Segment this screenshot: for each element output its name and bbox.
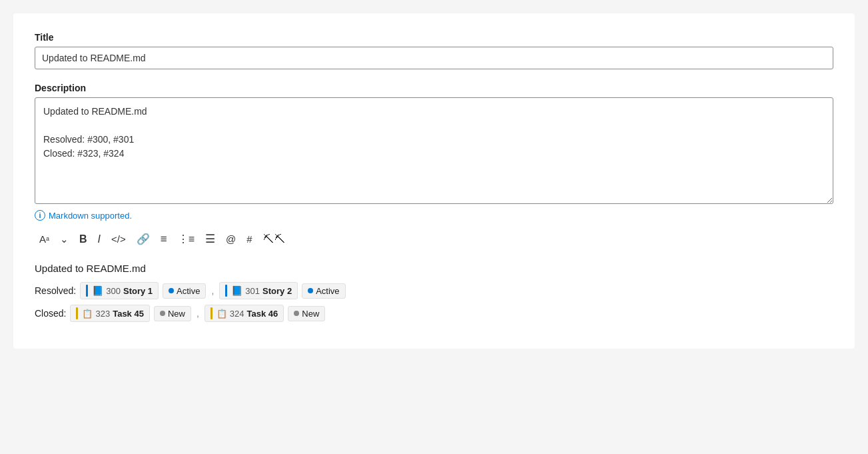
story-icon-301: 📘 (231, 285, 242, 296)
item-border-324 (211, 307, 213, 319)
markdown-note-text: Markdown supported. (49, 211, 132, 221)
item-number-301: 301 (245, 286, 260, 296)
resolved-row: Resolved: 📘 300 Story 1 Active , 📘 301 S… (35, 282, 833, 299)
status-dot-301 (308, 288, 313, 293)
pr-button[interactable]: ⛏ ⛏ (258, 231, 290, 248)
info-icon: i (35, 210, 45, 221)
item-border-301 (225, 285, 227, 297)
status-dot-324 (294, 311, 299, 316)
closed-item-324[interactable]: 📋 324 Task 46 (205, 305, 284, 322)
status-pill-323[interactable]: New (154, 306, 191, 321)
status-pill-301[interactable]: Active (302, 283, 345, 299)
link-button[interactable]: 🔗 (132, 231, 155, 248)
item-number-323: 323 (95, 309, 110, 319)
status-text-301: Active (316, 286, 339, 296)
status-dot-300 (169, 288, 174, 293)
bold-button[interactable]: B (75, 231, 92, 248)
item-name-324: Task 46 (247, 309, 278, 319)
status-pill-324[interactable]: New (288, 306, 325, 321)
item-number-324: 324 (230, 309, 244, 319)
closed-label: Closed: (35, 308, 66, 319)
checklist-button[interactable]: ☰ (201, 230, 220, 248)
status-text-324: New (302, 309, 319, 319)
markdown-note: i Markdown supported. (35, 210, 833, 221)
story-icon-300: 📘 (92, 285, 103, 296)
separator-2: , (197, 308, 199, 319)
closed-item-323[interactable]: 📋 323 Task 45 (70, 305, 149, 322)
item-name-301: Story 2 (262, 286, 292, 296)
title-label: Title (35, 32, 833, 43)
mention-button[interactable]: @ (221, 231, 240, 247)
resolved-item-300[interactable]: 📘 300 Story 1 (80, 282, 159, 299)
task-icon-323: 📋 (82, 309, 93, 319)
title-input[interactable] (35, 47, 833, 69)
ordered-list-button[interactable]: ⋮≡ (173, 231, 199, 248)
hash-button[interactable]: # (242, 231, 256, 247)
status-text-300: Active (177, 286, 200, 296)
item-name-300: Story 1 (123, 286, 153, 296)
separator-1: , (211, 285, 214, 296)
item-border-300 (86, 285, 88, 297)
unordered-list-button[interactable]: ≡ (156, 230, 172, 248)
task-icon-324: 📋 (217, 309, 227, 319)
status-dot-323 (160, 311, 165, 316)
item-border-323 (76, 307, 78, 319)
format-button[interactable]: Aa (35, 231, 54, 247)
editor-toolbar: Aa ⌄ B I </> 🔗 ≡ ⋮≡ ☰ @ # (35, 227, 833, 251)
resolved-label: Resolved: (35, 285, 76, 296)
preview-title: Updated to README.md (35, 263, 833, 274)
chevron-button[interactable]: ⌄ (55, 231, 73, 247)
status-text-323: New (168, 309, 185, 319)
description-label: Description (35, 83, 833, 93)
resolved-item-301[interactable]: 📘 301 Story 2 (219, 282, 298, 299)
code-button[interactable]: </> (107, 231, 131, 247)
description-textarea[interactable]: Updated to README.md Resolved: #300, #30… (35, 97, 833, 204)
item-number-300: 300 (106, 286, 121, 296)
item-name-323: Task 45 (113, 309, 144, 319)
status-pill-300[interactable]: Active (163, 283, 206, 299)
closed-row: Closed: 📋 323 Task 45 New , 📋 324 Task 4… (35, 305, 833, 322)
italic-button[interactable]: I (93, 231, 105, 248)
main-container: Title Description Updated to README.md R… (13, 13, 855, 349)
